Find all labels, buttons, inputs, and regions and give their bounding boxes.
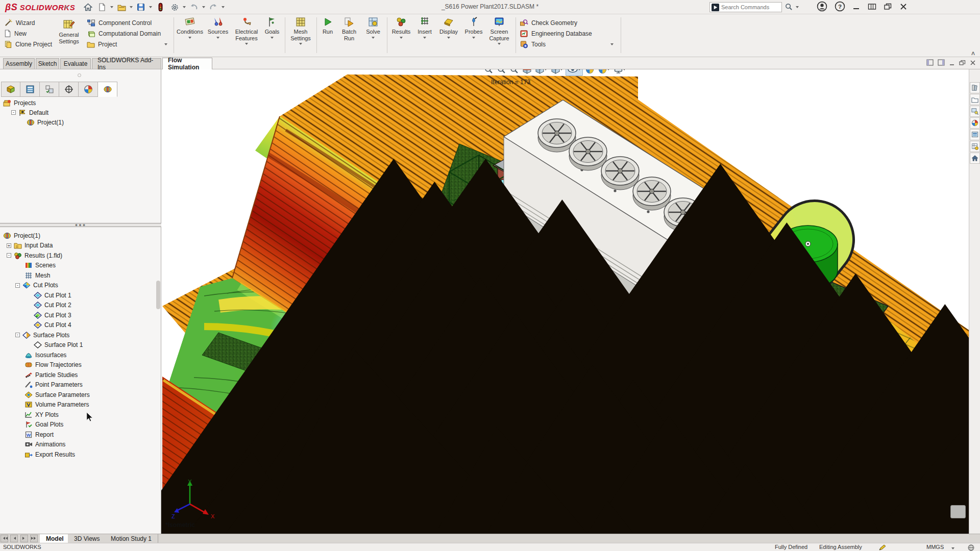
- brand-expand-icon[interactable]: ▸: [65, 4, 68, 10]
- solve-caret-icon[interactable]: [372, 37, 375, 40]
- appearances-scenes-icon[interactable]: [970, 129, 980, 140]
- check-geometry-button[interactable]: Check Geometry: [520, 17, 617, 28]
- tree-item[interactable]: Point Parameters: [3, 380, 90, 390]
- electrical-caret-icon[interactable]: [245, 43, 248, 46]
- graphics-viewport[interactable]: Iteration = 173 Y X Z *Isometric: [161, 69, 969, 534]
- view-orientation-caret-icon[interactable]: [544, 69, 547, 72]
- restore-icon[interactable]: [884, 3, 892, 11]
- tree-item-project1-top[interactable]: Project(1): [3, 117, 64, 127]
- insert-button[interactable]: Insert: [414, 14, 435, 40]
- file-explorer-icon[interactable]: [970, 106, 980, 117]
- conditions-button[interactable]: Conditions: [176, 14, 204, 40]
- user-account-icon[interactable]: [817, 1, 827, 12]
- tree-item[interactable]: Project(1): [3, 231, 90, 241]
- probes-button[interactable]: Probes: [462, 14, 485, 40]
- expand-icon[interactable]: -: [15, 283, 20, 288]
- options-gear-icon[interactable]: [168, 2, 181, 13]
- tree-item[interactable]: Flow Trajectories: [3, 360, 90, 370]
- tree-item[interactable]: Animations: [3, 440, 90, 450]
- search-icon[interactable]: [785, 3, 793, 11]
- section-view-icon[interactable]: [521, 69, 533, 76]
- units-caret-icon[interactable]: [951, 547, 954, 551]
- tree-item[interactable]: Export Results: [3, 449, 90, 460]
- tab-flow-simulation-tree[interactable]: [98, 82, 117, 97]
- clone-project-button[interactable]: Clone Project: [4, 39, 52, 49]
- tree-item[interactable]: Cut Plot 2: [3, 300, 90, 311]
- display-style-caret-icon[interactable]: [560, 69, 563, 72]
- tree-item[interactable]: + Input Data: [3, 241, 90, 251]
- panel-splitter[interactable]: ●●●: [0, 223, 161, 227]
- tree-item[interactable]: Particle Studies: [3, 370, 90, 380]
- edit-sketch-icon[interactable]: [879, 544, 886, 550]
- project-button[interactable]: Project: [87, 39, 171, 49]
- tab-evaluate[interactable]: Evaluate: [60, 58, 91, 69]
- tree-item[interactable]: W Report: [3, 430, 90, 440]
- pane-right-icon[interactable]: [938, 59, 945, 66]
- display-style-icon[interactable]: [550, 69, 565, 76]
- solidworks-forum-icon[interactable]: [970, 153, 980, 164]
- hide-show-items-icon[interactable]: [566, 69, 583, 76]
- tree-item[interactable]: XY Plots: [3, 410, 90, 420]
- tag-globe-icon[interactable]: [968, 544, 974, 551]
- tab-display-manager[interactable]: [79, 82, 98, 97]
- tree-item[interactable]: Surface Parameters: [3, 390, 90, 400]
- screen-capture-button[interactable]: Screen Capture: [486, 14, 512, 46]
- sources-caret-icon[interactable]: [216, 37, 219, 40]
- open-caret-icon[interactable]: [130, 6, 133, 10]
- results-button[interactable]: Results: [389, 14, 413, 40]
- tab-property-manager[interactable]: [20, 82, 40, 97]
- tab-scroll-first-icon[interactable]: [1, 535, 8, 542]
- results-caret-icon[interactable]: [400, 37, 403, 40]
- edit-appearance-icon[interactable]: [584, 69, 596, 76]
- tab-assembly[interactable]: Assembly: [3, 58, 35, 69]
- solve-button[interactable]: Solve: [362, 14, 384, 40]
- doc-close-icon[interactable]: [970, 60, 976, 66]
- tree-item[interactable]: - Surface Plots: [3, 330, 90, 340]
- redo-icon[interactable]: [207, 2, 219, 13]
- tree-item[interactable]: Goal Plots: [3, 420, 90, 430]
- previous-view-icon[interactable]: [508, 69, 520, 76]
- mesh-settings-button[interactable]: Mesh Settings: [287, 14, 314, 46]
- tree-item[interactable]: Isosurfaces: [3, 350, 90, 360]
- tree-item[interactable]: Cut Plot 3: [3, 310, 90, 320]
- wizard-button[interactable]: Wizard: [4, 17, 52, 28]
- capture-caret-icon[interactable]: [498, 43, 501, 46]
- sources-button[interactable]: Sources: [206, 14, 230, 40]
- home-icon[interactable]: [82, 2, 94, 13]
- save-caret-icon[interactable]: [149, 6, 152, 10]
- tree-item[interactable]: - Results (1.fld): [3, 251, 90, 261]
- view-palette-icon[interactable]: [970, 117, 980, 129]
- tab-feature-manager[interactable]: [1, 82, 20, 97]
- tree-item[interactable]: Volume Parameters: [3, 400, 90, 410]
- tree-item[interactable]: Cut Plot 1: [3, 290, 90, 300]
- expand-icon[interactable]: +: [7, 243, 11, 248]
- zoom-to-fit-icon[interactable]: [483, 69, 495, 76]
- new-caret-icon[interactable]: [110, 6, 113, 10]
- search-caret-icon[interactable]: [796, 6, 799, 10]
- design-library-icon[interactable]: [970, 94, 980, 105]
- undo-caret-icon[interactable]: [202, 6, 205, 10]
- minimize-icon[interactable]: [852, 3, 861, 11]
- tree-item[interactable]: Surface Plot 1: [3, 340, 90, 350]
- search-input[interactable]: [721, 4, 780, 10]
- options-caret-icon[interactable]: [183, 6, 186, 10]
- display-caret-icon[interactable]: [447, 37, 450, 40]
- display-button[interactable]: Display: [436, 14, 461, 40]
- doc-restore-icon[interactable]: [959, 60, 966, 66]
- batch-run-button[interactable]: Batch Run: [338, 14, 360, 41]
- tab-scroll-last-icon[interactable]: [30, 535, 38, 542]
- apply-scene-icon[interactable]: [597, 69, 611, 76]
- view-settings-icon[interactable]: [612, 69, 627, 76]
- apply-scene-caret-icon[interactable]: [607, 69, 610, 72]
- tools-button[interactable]: Tools: [520, 39, 617, 49]
- tab-3d-views[interactable]: 3D Views: [68, 534, 106, 543]
- layout-icon[interactable]: [868, 3, 876, 11]
- tree-item[interactable]: Scenes: [3, 261, 90, 271]
- tree-item[interactable]: Mesh: [3, 270, 90, 281]
- computational-domain-button[interactable]: Computational Domain: [87, 28, 171, 39]
- doc-minimize-icon[interactable]: [949, 60, 955, 66]
- view-orientation-icon[interactable]: [534, 69, 549, 76]
- solidworks-resources-icon[interactable]: [970, 82, 980, 93]
- insert-caret-icon[interactable]: [423, 37, 426, 40]
- pane-left-icon[interactable]: [926, 59, 934, 66]
